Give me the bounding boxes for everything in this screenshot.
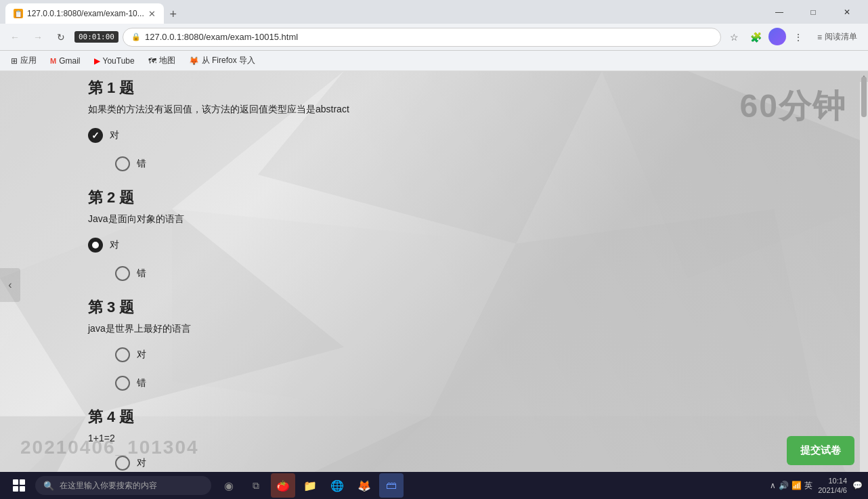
user-avatar[interactable]	[768, 28, 786, 45]
radio-inner	[92, 242, 99, 248]
question-4-title: 第 4 题	[88, 407, 772, 427]
taskbar-time[interactable]: 10:14 2021/4/6	[818, 476, 847, 496]
start-button[interactable]	[5, 475, 32, 496]
system-tray-expand[interactable]: ∧	[770, 481, 776, 490]
gmail-label: Gmail	[59, 56, 80, 66]
window-controls: — □ ✕	[764, 0, 863, 24]
tab-favicon: 📋	[14, 9, 23, 18]
radio-empty-icon	[115, 156, 130, 171]
tomato-icon: 🍅	[276, 479, 290, 492]
page-content: ‹ 60分钟 20210406_101304 第 1 题 如果类的方法没有返回值…	[0, 71, 860, 499]
tab-close-button[interactable]: ✕	[148, 9, 156, 19]
scrollbar[interactable]: ▲	[860, 71, 868, 499]
firefox-taskbar-icon: 🦊	[357, 479, 371, 492]
question-3-option-correct-label: 对	[137, 349, 146, 361]
question-3-text: java是世界上最好的语言	[88, 323, 772, 335]
browser-tabs: 📋 127.0.0.1:8080/exam/exam-10... ✕ +	[5, 0, 753, 24]
clock-time: 10:14	[818, 476, 847, 485]
exam-container: 第 1 题 如果类的方法没有返回值，该方法的返回值类型应当是abstract ✓…	[88, 71, 772, 494]
speaker-icon[interactable]: 🔊	[779, 481, 789, 490]
bookmark-apps[interactable]: ⊞ 应用	[5, 53, 42, 68]
taskbar-edge[interactable]: 🌐	[325, 473, 349, 498]
reading-mode-button[interactable]: ≡ 阅读清单	[812, 30, 863, 44]
url-text: 127.0.0.1:8080/exam/exam-10015.html	[145, 32, 298, 42]
question-1: 第 1 题 如果类的方法没有返回值，该方法的返回值类型应当是abstract ✓…	[88, 78, 772, 174]
maximize-button[interactable]: □	[798, 0, 829, 24]
edge-icon: 🌐	[330, 479, 344, 492]
question-3-title: 第 3 题	[88, 297, 772, 318]
question-1-title: 第 1 题	[88, 78, 772, 98]
back-button[interactable]: ←	[5, 28, 24, 47]
taskbar-apps: ◉ ⧉ 🍅 📁 🌐 🦊 🗃	[217, 473, 404, 498]
taskbar-right: ∧ 🔊 📶 英 10:14 2021/4/6 💬	[770, 476, 863, 496]
tab-title: 127.0.0.1:8080/exam/exam-10...	[27, 9, 144, 18]
taskbar-folder[interactable]: 📁	[298, 473, 322, 498]
bookmark-youtube[interactable]: ▶ YouTube	[89, 55, 140, 67]
bookmark-star-icon[interactable]: ☆	[725, 28, 744, 47]
bookmark-firefox-import[interactable]: 🦊 从 Firefox 导入	[183, 53, 261, 68]
submit-button[interactable]: 提交试卷	[787, 436, 854, 465]
checkmark-icon: ✓	[91, 130, 100, 141]
new-tab-button[interactable]: +	[164, 5, 183, 24]
question-4-option-correct[interactable]: 对	[88, 453, 772, 473]
scrollbar-thumb[interactable]	[861, 77, 867, 117]
taskbar: 🔍 在这里输入你要搜索的内容 ◉ ⧉ 🍅 📁 🌐 🦊 🗃 ∧ 🔊 📶	[0, 472, 868, 499]
taskbar-cortana[interactable]: ◉	[217, 473, 241, 498]
address-bar[interactable]: 🔒 127.0.0.1:8080/exam/exam-10015.html	[123, 28, 721, 47]
system-tray: ∧ 🔊 📶 英	[770, 480, 812, 492]
question-2: 第 2 题 Java是面向对象的语言 对 错	[88, 188, 772, 284]
cortana-icon: ◉	[224, 479, 234, 492]
taskbar-search[interactable]: 🔍 在这里输入你要搜索的内容	[35, 476, 211, 495]
apps-label: 应用	[20, 55, 37, 66]
question-1-option-wrong[interactable]: 错	[88, 154, 772, 174]
language-indicator[interactable]: 英	[804, 480, 812, 492]
question-2-option-wrong[interactable]: 错	[88, 263, 772, 284]
notifications-icon[interactable]: 💬	[852, 481, 863, 490]
windows-logo	[13, 479, 25, 492]
taskbar-ide[interactable]: 🗃	[379, 473, 404, 498]
maps-icon: 🗺	[148, 56, 156, 66]
folder-icon: 📁	[303, 479, 317, 492]
clock-date: 2021/4/6	[818, 485, 847, 495]
menu-icon[interactable]: ⋮	[789, 28, 808, 47]
question-2-title: 第 2 题	[88, 188, 772, 208]
refresh-button[interactable]: ↻	[51, 28, 70, 47]
taskbar-multitasking[interactable]: ⧉	[244, 473, 268, 498]
forward-button[interactable]: →	[28, 28, 47, 47]
question-3: 第 3 题 java是世界上最好的语言 对 错	[88, 297, 772, 393]
bookmarks-bar: ⊞ 应用 M Gmail ▶ YouTube 🗺 地图 🦊 从 Firefox …	[0, 51, 868, 71]
apps-icon: ⊞	[11, 56, 18, 66]
toolbar-icons: ☆ 🧩 ⋮	[725, 28, 808, 47]
minimize-button[interactable]: —	[764, 0, 795, 24]
reading-mode-label: 阅读清单	[825, 31, 857, 43]
lock-icon: 🔒	[131, 32, 141, 41]
youtube-icon: ▶	[94, 56, 100, 66]
browser-toolbar: ← → ↻ 00:01:00 🔒 127.0.0.1:8080/exam/exa…	[0, 24, 868, 51]
timer-badge: 00:01:00	[74, 31, 118, 43]
bookmark-gmail[interactable]: M Gmail	[45, 55, 86, 67]
radio-selected-icon	[88, 238, 103, 253]
radio-empty-icon-5	[115, 456, 130, 471]
question-3-option-correct[interactable]: 对	[88, 345, 772, 365]
question-2-option-correct[interactable]: 对	[88, 235, 772, 255]
close-button[interactable]: ✕	[831, 0, 863, 24]
youtube-label: YouTube	[103, 56, 135, 66]
taskbar-tomato[interactable]: 🍅	[271, 473, 295, 498]
question-1-option-correct[interactable]: ✓ 对	[88, 125, 772, 146]
multitasking-icon: ⧉	[253, 480, 259, 492]
gmail-icon: M	[50, 57, 56, 65]
ide-icon: 🗃	[386, 479, 397, 492]
question-4-text: 1+1=2	[88, 433, 772, 443]
question-4: 第 4 题 1+1=2 对	[88, 407, 772, 473]
network-icon[interactable]: 📶	[791, 481, 802, 490]
extension-icon[interactable]: 🧩	[747, 28, 766, 47]
search-icon: 🔍	[43, 481, 54, 491]
active-tab[interactable]: 📋 127.0.0.1:8080/exam/exam-10... ✕	[5, 3, 164, 24]
search-placeholder: 在这里输入你要搜索的内容	[60, 480, 157, 492]
maps-label: 地图	[159, 55, 175, 66]
left-nav-arrow[interactable]: ‹	[0, 268, 20, 302]
question-2-option-wrong-label: 错	[137, 267, 146, 280]
bookmark-maps[interactable]: 🗺 地图	[143, 53, 181, 68]
taskbar-firefox[interactable]: 🦊	[352, 473, 376, 498]
question-3-option-wrong[interactable]: 错	[88, 373, 772, 393]
